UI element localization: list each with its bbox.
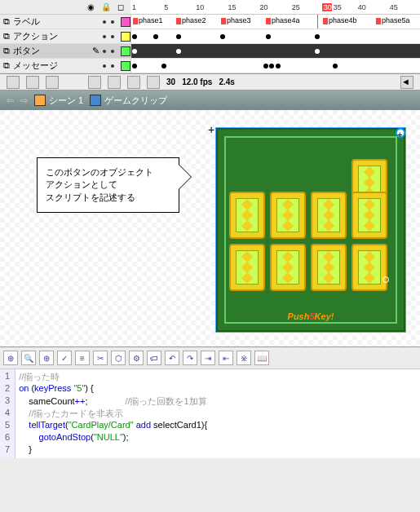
stage[interactable]: + このボタンのオブジェクト アクションとして スクリプトを記述する + Pus… [0, 110, 420, 346]
code-content[interactable]: //揃った時 on (keyPress "5") { sameCount++; … [15, 369, 210, 458]
bookmark-button[interactable]: 🏷 [147, 351, 161, 365]
script-editor[interactable]: 123 456 7 //揃った時 on (keyPress "5") { sam… [0, 369, 420, 458]
breadcrumb-label: シーン 1 [49, 95, 83, 107]
card[interactable] [351, 244, 387, 291]
ruler-tick-current: 30 [322, 3, 332, 11]
current-frame-display: 30 [166, 77, 175, 86]
layer-row-active[interactable]: ⧉ ボタン ✎ [0, 44, 420, 59]
button-layer-icon: ⧉ [3, 46, 10, 56]
timeline-header: ◉ 🔒 ◻ 1 5 10 15 20 25 30 35 40 45 [0, 0, 420, 15]
card[interactable] [311, 244, 347, 291]
card[interactable] [270, 244, 306, 291]
delete-layer-button[interactable] [46, 76, 59, 89]
expand-button[interactable]: ⇤ [219, 351, 233, 365]
card[interactable] [229, 244, 265, 291]
playhead[interactable] [317, 15, 318, 29]
back-button[interactable]: ⇦ [7, 95, 14, 106]
check-syntax-button[interactable]: ✓ [57, 351, 72, 365]
push-key-label: Push5Key! [218, 309, 404, 322]
circle-marker-icon [382, 276, 389, 283]
frame-label: phase4b [323, 16, 357, 24]
card[interactable] [351, 192, 387, 239]
scene-icon [34, 95, 46, 106]
lock-icon[interactable]: 🔒 [101, 2, 111, 11]
redo-button[interactable]: ↷ [183, 351, 197, 365]
layer-color-swatch[interactable] [121, 61, 130, 71]
outline-icon[interactable]: ◻ [117, 2, 124, 11]
autoformat-button[interactable]: ≡ [75, 351, 90, 365]
callout-line: スクリプトを記述する [46, 192, 170, 204]
layer-info[interactable]: ⧉ ラベル [0, 15, 130, 29]
message-layer-icon: ⧉ [3, 60, 10, 71]
card[interactable] [311, 192, 347, 239]
options-button[interactable]: ⚙ [129, 351, 144, 365]
layer-info[interactable]: ⧉ メッセージ [0, 59, 130, 73]
layer-name: ラベル [13, 15, 99, 28]
layer-info[interactable]: ⧉ アクション [0, 29, 130, 43]
fps-display: 12.0 fps [182, 77, 212, 86]
frame-ruler[interactable]: 1 5 10 15 20 25 30 35 40 45 [130, 0, 420, 14]
ruler-tick: 1 [130, 3, 162, 11]
layer-row[interactable]: ⧉ ラベル phase1 phase2 phase3 phase4a phase… [0, 15, 420, 29]
reference-button[interactable]: 📖 [254, 351, 269, 365]
layer-info[interactable]: ⧉ ボタン ✎ [0, 44, 130, 58]
registration-cross-icon: + [208, 123, 214, 136]
card[interactable] [270, 192, 306, 239]
breadcrumb-label: ゲームクリップ [104, 95, 167, 107]
layer-column-header: ◉ 🔒 ◻ [0, 0, 130, 14]
layer-name: アクション [13, 30, 99, 42]
actions-toolbar: ⊕ 🔍 ⊕ ✓ ≡ ✂ ⬡ ⚙ 🏷 ↶ ↷ ⇥ ⇤ ※ 📖 [0, 347, 420, 369]
edit-multiple-button[interactable] [147, 76, 160, 89]
movieclip-icon [90, 95, 101, 106]
undo-button[interactable]: ↶ [165, 351, 179, 365]
collapse-button[interactable]: ⇥ [201, 351, 215, 365]
pencil-icon: ✎ [92, 46, 99, 56]
card[interactable] [229, 192, 265, 239]
onion-outline-button[interactable] [127, 76, 140, 89]
frame-track[interactable] [130, 44, 420, 58]
ruler-tick: 15 [226, 3, 258, 11]
game-movieclip[interactable]: + Push5Key! [216, 128, 405, 332]
layer-color-swatch[interactable] [121, 32, 130, 42]
callout-line: アクションとして [46, 179, 170, 191]
breadcrumb-symbol[interactable]: ゲームクリップ [90, 95, 167, 107]
actions-panel: ⊕ 🔍 ⊕ ✓ ≡ ✂ ⬡ ⚙ 🏷 ↶ ↷ ⇥ ⇤ ※ 📖 123 456 7 … [0, 346, 420, 458]
frame-label: phase4a [266, 16, 300, 24]
frame-track[interactable]: phase1 phase2 phase3 phase4a phase4b pha… [130, 15, 420, 29]
frame-label: phase3 [221, 16, 251, 24]
code-hint-button[interactable]: ✂ [93, 351, 108, 365]
frame-track[interactable] [130, 59, 420, 73]
ruler-tick: 20 [259, 3, 290, 11]
layer-color-swatch[interactable] [121, 46, 130, 56]
onion-skin-button[interactable] [108, 76, 121, 89]
debug-button[interactable]: ⬡ [111, 351, 126, 365]
add-folder-button[interactable] [26, 76, 39, 89]
center-frame-button[interactable] [88, 76, 101, 89]
ruler-tick: 5 [162, 3, 194, 11]
line-gutter: 123 456 7 [0, 369, 15, 458]
comment-button[interactable]: ※ [237, 351, 251, 365]
scroll-left-button[interactable]: ◄ [400, 76, 413, 89]
forward-button[interactable]: ⇨ [20, 95, 28, 106]
add-layer-button[interactable] [7, 76, 20, 89]
time-display: 2.4s [219, 77, 234, 86]
frame-label: phase5a [376, 16, 410, 24]
target-button[interactable]: ⊕ [39, 351, 54, 365]
layer-row[interactable]: ⧉ メッセージ [0, 59, 420, 73]
timeline-panel: ◉ 🔒 ◻ 1 5 10 15 20 25 30 35 40 45 ⧉ ラベル … [0, 0, 420, 90]
eye-icon[interactable]: ◉ [87, 2, 95, 11]
ruler-tick: 45 [388, 3, 420, 11]
layer-row[interactable]: ⧉ アクション [0, 29, 420, 44]
card-grid [229, 192, 387, 291]
annotation-callout: このボタンのオブジェクト アクションとして スクリプトを記述する [37, 157, 179, 213]
edit-bar: ⇦ ⇨ シーン 1 ゲームクリップ [0, 90, 420, 110]
layer-color-swatch[interactable] [121, 17, 130, 27]
timeline-footer: 30 12.0 fps 2.4s ◄ [0, 73, 420, 90]
add-script-button[interactable]: ⊕ [3, 351, 18, 365]
label-layer-icon: ⧉ [3, 16, 10, 27]
find-button[interactable]: 🔍 [21, 351, 36, 365]
breadcrumb-scene[interactable]: シーン 1 [34, 95, 83, 107]
ruler-tick: 10 [194, 3, 226, 11]
layer-name: メッセージ [13, 60, 99, 72]
frame-track[interactable] [130, 29, 420, 43]
